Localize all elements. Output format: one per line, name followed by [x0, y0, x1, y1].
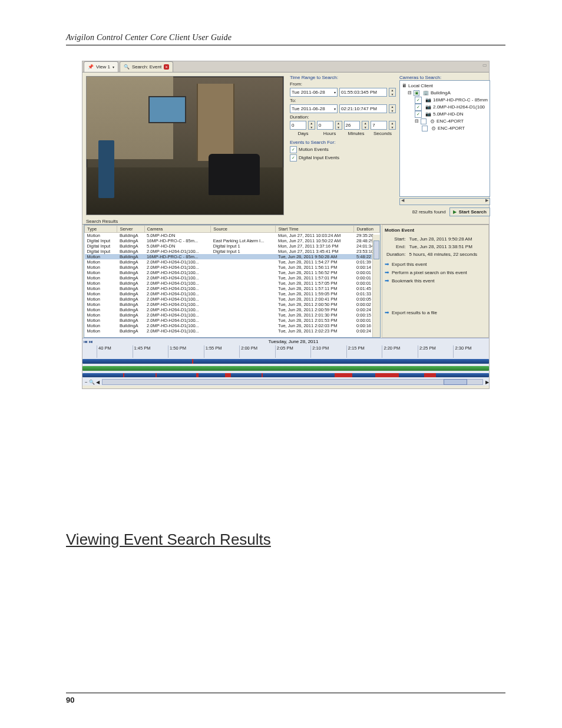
zoom-in-icon[interactable]: ▶ — [485, 380, 489, 385]
table-row[interactable]: MotionBuildingA2.0MP-HD-H264-D1(100...Tu… — [85, 323, 380, 328]
timeline[interactable]: ⏮ ⏭ Tuesday, June 28, 2011 40 PM1:45 PM1… — [82, 338, 489, 386]
timeline-tick: 1:50 PM — [168, 345, 204, 358]
events-to-search-label: Events to Search For: — [290, 140, 396, 145]
motion-events-checkbox[interactable]: ✓Motion Events — [290, 146, 396, 153]
export-results-link[interactable]: ➡Export results to a file — [385, 309, 486, 315]
tree-site[interactable]: ⊟▣🏢BuildingA — [402, 90, 488, 97]
results-count: 82 results found — [412, 209, 446, 215]
tree-encoder-child[interactable]: ⚙ENC-4PORT — [402, 125, 488, 132]
cameras-label: Cameras to Search: — [399, 75, 490, 80]
pixel-search-link[interactable]: ➡Perform a pixel search on this event — [385, 269, 486, 275]
col-server[interactable]: Server — [117, 226, 144, 233]
bookmark-event-link[interactable]: ➡Bookmark this event — [385, 278, 486, 284]
dur-days-input[interactable]: 0 — [290, 121, 306, 130]
tree-scrollbar[interactable] — [399, 198, 490, 205]
table-row[interactable]: Digital InputBuildingA5.0MP-HD-DNDigital… — [85, 243, 380, 249]
days-label: Days — [290, 131, 316, 136]
dur-min-input[interactable]: 26 — [344, 121, 361, 130]
timeline-tick: 2:20 PM — [382, 345, 418, 358]
to-time-input[interactable]: 02:21:10:747 PM — [339, 104, 387, 113]
table-row[interactable]: MotionBuildingA2.0MP-HD-H264-D1(100...Tu… — [85, 281, 380, 286]
tree-camera[interactable]: ✓📷5.0MP-HD-DN — [402, 111, 488, 118]
results-grid[interactable]: Type Server Camera Source Start Time Dur… — [84, 225, 381, 338]
tree-encoder[interactable]: ⊟⚙ENC-4PORT — [402, 118, 488, 125]
table-row[interactable]: MotionBuildingA2.0MP-HD-H264-D1(100...Tu… — [85, 270, 380, 275]
tab-search-event[interactable]: 🔍 Search: Event × — [120, 61, 173, 72]
timeline-track[interactable] — [82, 365, 489, 372]
col-type[interactable]: Type — [85, 226, 117, 233]
table-row[interactable]: MotionBuildingA2.0MP-HD-H264-D1(100...Tu… — [85, 307, 380, 312]
table-row[interactable]: MotionBuildingA2.0MP-HD-H264-D1(100...Tu… — [85, 275, 380, 281]
maximize-icon[interactable]: ▭ — [481, 61, 489, 72]
col-camera[interactable]: Camera — [144, 226, 211, 233]
from-label: From: — [290, 81, 396, 87]
digital-input-events-checkbox[interactable]: ✓Digital Input Events — [290, 154, 396, 162]
timeline-tick: 2:30 PM — [453, 345, 489, 358]
timeline-tick: 1:55 PM — [204, 345, 240, 358]
dur-hours-input[interactable]: 0 — [317, 121, 333, 130]
spinner[interactable]: ▲▼ — [308, 121, 315, 130]
tree-camera[interactable]: ✓📷16MP-HD-PRO-C - 85mm — [402, 97, 488, 104]
table-row[interactable]: MotionBuildingA2.0MP-HD-H264-D1(100...Tu… — [85, 318, 380, 323]
spinner[interactable]: ▲▼ — [389, 104, 396, 113]
search-options-pane: Time Range to Search: From: Tue 2011-06-… — [287, 73, 399, 219]
table-row[interactable]: MotionBuildingA2.0MP-HD-H264-D1(100...Tu… — [85, 291, 380, 297]
detail-title: Motion Event — [385, 228, 486, 233]
table-row[interactable]: MotionBuildingA2.0MP-HD-H264-D1(100...Tu… — [85, 286, 380, 291]
to-date-input[interactable]: Tue 2011-06-28▾ — [290, 104, 338, 113]
timeline-nav-controls[interactable]: ⏮ ⏭ — [82, 340, 98, 344]
table-row[interactable]: Digital InputBuildingA16MP-HD-PRO-C - 85… — [85, 238, 380, 243]
video-preview[interactable] — [86, 76, 284, 215]
start-search-button[interactable]: ▶Start Search — [449, 207, 490, 216]
results-scrollbar[interactable] — [372, 235, 380, 337]
dur-sec-input[interactable]: 7 — [371, 121, 387, 130]
dropdown-icon[interactable]: ▾ — [113, 65, 114, 69]
table-row[interactable]: MotionBuildingA2.0MP-HD-H264-D1(100...Tu… — [85, 328, 380, 334]
col-duration[interactable]: Duration — [354, 226, 380, 233]
table-row[interactable]: MotionBuildingA5.0MP-HD-DNMon, Jun 27, 2… — [85, 233, 380, 239]
spinner[interactable]: ▲▼ — [362, 121, 369, 130]
spinner[interactable]: ▲▼ — [389, 121, 396, 130]
timeline-track[interactable] — [82, 358, 489, 365]
section-heading: Viewing Event Search Results — [66, 531, 505, 549]
tree-camera[interactable]: ✓📷2.0MP-HD-H264-D1(100 — [402, 104, 488, 111]
table-row[interactable]: MotionBuildingA16MP-HD-PRO-C - 85m...Tue… — [85, 254, 380, 259]
timeline-tick: 2:05 PM — [275, 345, 311, 358]
screenshot-figure: 📌 View 1 ▾ 🔍 Search: Event × ▭ Time Rang… — [82, 61, 490, 389]
timeline-zoom[interactable]: − 🔍 ◀ ▶ — [82, 378, 489, 386]
timeline-track[interactable] — [82, 372, 489, 379]
timeline-tick: 2:00 PM — [239, 345, 275, 358]
table-row[interactable]: MotionBuildingA2.0MP-HD-H264-D1(100...Tu… — [85, 302, 380, 307]
spinner[interactable]: ▲▼ — [335, 121, 342, 130]
export-event-link[interactable]: ➡Export this event — [385, 261, 486, 267]
timeline-tick: 2:15 PM — [346, 345, 382, 358]
search-results-label: Search Results — [82, 219, 489, 224]
duration-label: Duration: — [290, 114, 396, 120]
table-row[interactable]: MotionBuildingA2.0MP-HD-H264-D1(100...Tu… — [85, 297, 380, 302]
zoom-out-icon[interactable]: − 🔍 ◀ — [85, 380, 100, 385]
col-source[interactable]: Source — [211, 226, 276, 233]
running-header: Avigilon Control Center Core Client User… — [66, 33, 505, 45]
table-row[interactable]: MotionBuildingA2.0MP-HD-H264-D1(100...Tu… — [85, 259, 380, 265]
camera-tree[interactable]: 🖥Local Client ⊟▣🏢BuildingA ✓📷16MP-HD-PRO… — [399, 80, 490, 197]
col-start[interactable]: Start Time — [276, 226, 354, 233]
time-range-label: Time Range to Search: — [290, 75, 396, 80]
from-date-input[interactable]: Tue 2011-06-28▾ — [290, 88, 338, 97]
tab-view[interactable]: 📌 View 1 ▾ — [84, 61, 118, 72]
spinner[interactable]: ▲▼ — [389, 88, 396, 97]
timeline-tick: 40 PM — [97, 345, 133, 358]
search-icon: 🔍 — [124, 64, 130, 70]
table-row[interactable]: MotionBuildingA2.0MP-HD-H264-D1(100...Tu… — [85, 265, 380, 270]
from-time-input[interactable]: 01:55:03:345 PM — [339, 88, 387, 97]
timeline-date: Tuesday, June 28, 2011 — [98, 339, 489, 344]
close-icon[interactable]: × — [164, 64, 169, 70]
table-row[interactable]: MotionBuildingA2.0MP-HD-H264-D1(100...Tu… — [85, 312, 380, 318]
cameras-pane: Cameras to Search: 🖥Local Client ⊟▣🏢Buil… — [399, 73, 492, 219]
tab-bar: 📌 View 1 ▾ 🔍 Search: Event × ▭ — [82, 61, 489, 73]
timeline-tick: 2:25 PM — [418, 345, 454, 358]
minutes-label: Minutes — [343, 131, 369, 136]
table-row[interactable]: Digital InputBuildingA2.0MP-HD-H264-D1(1… — [85, 249, 380, 254]
tree-root[interactable]: 🖥Local Client — [402, 83, 488, 90]
page-number: 90 — [66, 693, 505, 704]
tab-label: View 1 — [96, 64, 110, 70]
